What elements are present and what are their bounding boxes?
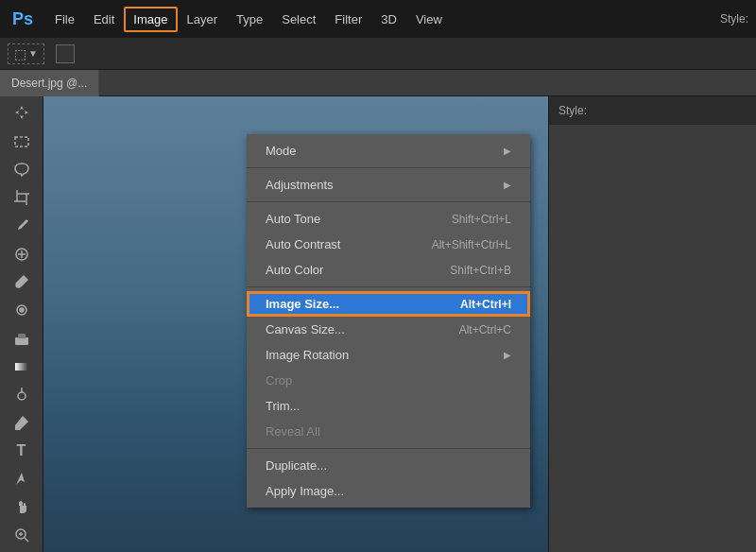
menu-trim[interactable]: Trim... (247, 393, 530, 419)
selection-icon: ⬚ (14, 46, 26, 61)
separator-1 (247, 167, 530, 168)
menu-apply-image[interactable]: Apply Image... (247, 478, 530, 504)
menu-mode[interactable]: Mode ▶ (247, 138, 530, 164)
menu-auto-contrast[interactable]: Auto Contrast Alt+Shift+Ctrl+L (247, 232, 530, 257)
menu-item-file[interactable]: File (45, 7, 84, 32)
tool-selection-rect[interactable] (7, 129, 37, 155)
svg-marker-0 (15, 106, 28, 119)
menu-canvas-size-shortcut: Alt+Ctrl+C (459, 323, 511, 336)
menu-duplicate-label: Duplicate... (266, 458, 327, 473)
toolbar: ⬚ ▼ (0, 38, 756, 70)
selection-dropdown[interactable]: ▼ (28, 48, 38, 59)
tool-gradient[interactable] (7, 354, 37, 380)
menu-image-size-label: Image Size... (266, 297, 339, 311)
tool-type[interactable]: T (7, 438, 37, 464)
menu-item-edit[interactable]: Edit (84, 7, 124, 32)
tool-dodge[interactable] (7, 382, 37, 408)
menu-mode-label: Mode (266, 144, 297, 158)
tool-move[interactable] (7, 100, 37, 127)
separator-3 (247, 286, 530, 287)
svg-rect-11 (15, 337, 28, 345)
menu-auto-tone-shortcut: Shift+Ctrl+L (452, 213, 511, 226)
menu-auto-tone[interactable]: Auto Tone Shift+Ctrl+L (247, 206, 530, 232)
submenu-arrow-icon-3: ▶ (504, 350, 511, 360)
image-dropdown-menu: Mode ▶ Adjustments ▶ Auto Tone Shift+Ctr… (247, 134, 530, 508)
svg-rect-12 (18, 334, 26, 338)
menu-apply-image-label: Apply Image... (266, 484, 344, 498)
tool-healing[interactable] (7, 241, 37, 267)
tool-hand[interactable] (7, 494, 37, 521)
menu-auto-color[interactable]: Auto Color Shift+Ctrl+B (247, 257, 530, 283)
tool-brush[interactable] (7, 269, 37, 296)
menu-crop: Crop (247, 368, 530, 393)
menu-item-select[interactable]: Select (272, 7, 325, 32)
svg-point-14 (18, 392, 26, 400)
foreground-color[interactable] (56, 44, 75, 63)
selection-options[interactable]: ⬚ ▼ (8, 43, 44, 64)
menu-image-rotation-label: Image Rotation (266, 348, 349, 362)
tool-eyedropper[interactable] (7, 213, 37, 239)
tool-crop[interactable] (7, 184, 37, 211)
tool-path-selection[interactable] (7, 466, 37, 492)
menu-adjustments[interactable]: Adjustments ▶ (247, 172, 530, 198)
separator-4 (247, 448, 530, 449)
separator-2 (247, 201, 530, 202)
menu-item-layer[interactable]: Layer (178, 7, 228, 32)
tools-panel: T (0, 96, 43, 552)
menu-image-size-shortcut: Alt+Ctrl+I (460, 298, 511, 311)
menu-item-image[interactable]: Image (124, 7, 177, 32)
tool-pen[interactable] (7, 409, 37, 436)
svg-point-10 (20, 308, 24, 312)
tool-zoom[interactable] (7, 522, 37, 548)
menu-crop-label: Crop (266, 373, 292, 388)
style-label: Style: (720, 12, 748, 26)
svg-rect-1 (15, 137, 28, 147)
menu-item-view[interactable]: View (406, 7, 452, 32)
menu-image-size[interactable]: Image Size... Alt+Ctrl+I (247, 291, 530, 317)
menu-item-3d[interactable]: 3D (371, 7, 406, 32)
menu-canvas-size-label: Canvas Size... (266, 322, 345, 336)
canvas-area: Mode ▶ Adjustments ▶ Auto Tone Shift+Ctr… (43, 96, 548, 552)
menu-trim-label: Trim... (266, 399, 300, 413)
menu-auto-contrast-label: Auto Contrast (266, 237, 341, 251)
ps-logo: Ps (8, 4, 38, 34)
tab-desert[interactable]: Desert.jpg @... (0, 70, 99, 96)
menu-canvas-size[interactable]: Canvas Size... Alt+Ctrl+C (247, 317, 530, 342)
menu-bar: Ps File Edit Image Layer Type Select Fil… (0, 0, 756, 38)
svg-rect-13 (15, 363, 28, 371)
tool-clone-stamp[interactable] (7, 297, 37, 323)
menu-image-rotation[interactable]: Image Rotation ▶ (247, 342, 530, 368)
tab-bar: Desert.jpg @... (0, 70, 756, 96)
ps-logo-text: Ps (12, 9, 33, 29)
submenu-arrow-icon-2: ▶ (504, 180, 511, 190)
menu-item-filter[interactable]: Filter (325, 7, 371, 32)
menu-duplicate[interactable]: Duplicate... (247, 453, 530, 478)
submenu-arrow-icon: ▶ (504, 146, 511, 156)
menu-reveal-all-label: Reveal All (266, 424, 320, 439)
svg-line-17 (25, 538, 28, 542)
tool-eraser[interactable] (7, 325, 37, 352)
menu-item-type[interactable]: Type (227, 7, 272, 32)
style-header-label: Style: (558, 104, 587, 117)
right-panel-header: Style: (549, 96, 756, 125)
menu-reveal-all: Reveal All (247, 419, 530, 444)
main-content: T Mode ▶ (0, 96, 756, 552)
menu-auto-tone-label: Auto Tone (266, 212, 320, 226)
menu-auto-color-shortcut: Shift+Ctrl+B (450, 264, 511, 277)
menu-auto-contrast-shortcut: Alt+Shift+Ctrl+L (432, 238, 511, 251)
right-panel: Style: (548, 96, 756, 552)
menu-auto-color-label: Auto Color (266, 263, 323, 277)
tool-lasso[interactable] (7, 157, 37, 183)
menu-adjustments-label: Adjustments (266, 178, 334, 192)
